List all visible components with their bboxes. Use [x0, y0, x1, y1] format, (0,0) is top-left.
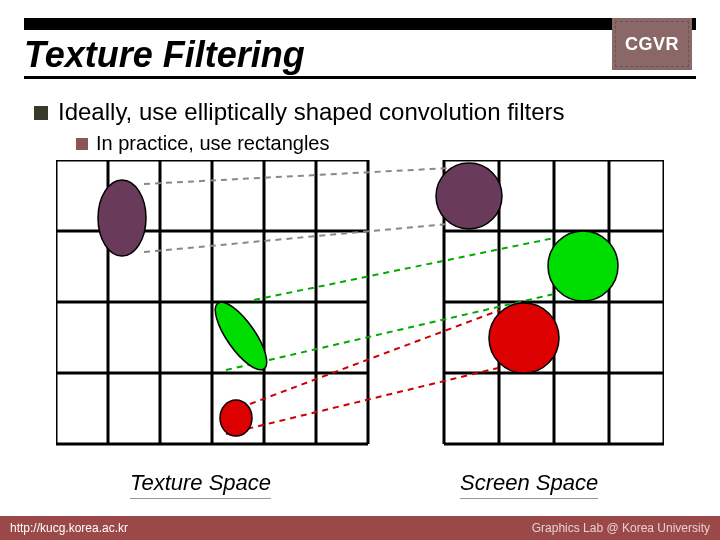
badge: CGVR [612, 18, 692, 70]
badge-text: CGVR [625, 34, 679, 55]
title-stripe [24, 18, 696, 30]
svg-line-27 [226, 368, 498, 434]
svg-point-28 [98, 180, 146, 256]
svg-line-26 [250, 310, 500, 404]
diagram [56, 160, 664, 460]
footer: http://kucg.korea.ac.kr Graphics Lab @ K… [0, 516, 720, 540]
caption-texture-space: Texture Space [130, 470, 271, 499]
title-bar: Texture Filtering [24, 18, 696, 76]
footer-credit: Graphics Lab @ Korea University [532, 521, 710, 535]
svg-point-30 [220, 400, 252, 436]
bullet-main-text: Ideally, use elliptically shaped convolu… [58, 98, 565, 126]
bullet-square-small-icon [76, 138, 88, 150]
title-underline [24, 76, 696, 79]
svg-line-24 [254, 238, 554, 300]
svg-point-31 [436, 163, 502, 229]
bullet-sub: In practice, use rectangles [76, 132, 329, 155]
title-text: Texture Filtering [24, 34, 305, 76]
svg-line-23 [144, 224, 448, 252]
svg-line-22 [144, 168, 450, 184]
bullet-square-icon [34, 106, 48, 120]
svg-point-32 [548, 231, 618, 301]
footer-url: http://kucg.korea.ac.kr [10, 521, 128, 535]
bullet-sub-text: In practice, use rectangles [96, 132, 329, 155]
bullet-main: Ideally, use elliptically shaped convolu… [34, 98, 700, 126]
svg-point-33 [489, 303, 559, 373]
caption-screen-space: Screen Space [460, 470, 598, 499]
title-row: Texture Filtering [24, 34, 696, 76]
slide: Texture Filtering CGVR Ideally, use elli… [0, 0, 720, 540]
